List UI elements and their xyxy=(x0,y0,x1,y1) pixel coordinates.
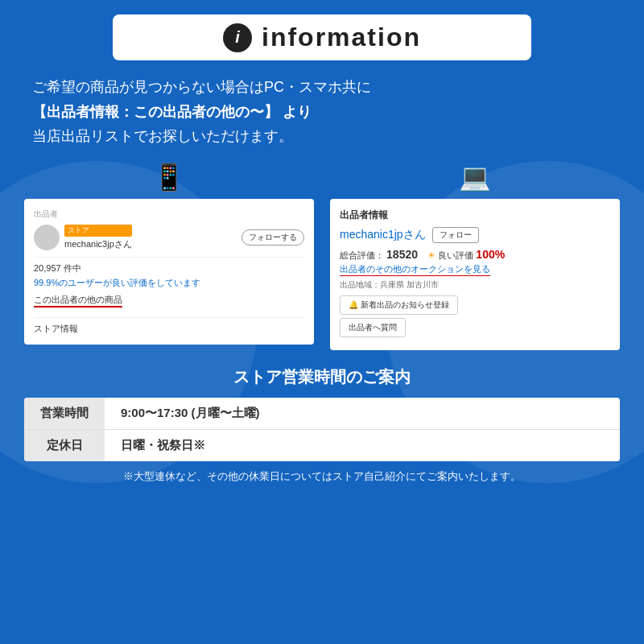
hours-value-closed: 日曜・祝祭日※ xyxy=(105,430,221,461)
left-seller-name: mechanic3jpさん xyxy=(64,239,132,249)
right-eval-row: 総合評価： 18520 ☀ 良い評価 100% xyxy=(340,248,610,262)
new-item-button[interactable]: 🔔 新着出品のお知らせ登録 xyxy=(340,295,458,315)
info-header: i information xyxy=(113,14,531,60)
panel-count: 20,957 件中 xyxy=(34,262,304,275)
info-icon: i xyxy=(223,23,252,52)
hours-value-open: 9:00〜17:30 (月曜〜土曜) xyxy=(105,398,276,429)
auction-link[interactable]: 出品者のその他のオークションを見る xyxy=(340,263,490,276)
mobile-column: 📱 出品者 ストア mechanic3jpさん フォローする 20,957 件中… xyxy=(24,162,314,350)
mobile-panel: 出品者 ストア mechanic3jpさん フォローする 20,957 件中 9… xyxy=(24,199,314,345)
question-button[interactable]: 出品者へ質問 xyxy=(340,318,406,337)
left-follow-button[interactable]: フォローする xyxy=(242,229,304,246)
hours-row-open: 営業時間 9:00〜17:30 (月曜〜土曜) xyxy=(24,398,620,430)
header-title: information xyxy=(262,23,421,52)
screenshots-row: 📱 出品者 ストア mechanic3jpさん フォローする 20,957 件中… xyxy=(24,162,620,350)
right-seller-name: mechanic1jpさん xyxy=(340,228,426,242)
hours-table: 営業時間 9:00〜17:30 (月曜〜土曜) 定休日 日曜・祝祭日※ xyxy=(24,398,620,461)
store-badge: ストア xyxy=(64,225,132,237)
panel-seller-left: ストア mechanic3jpさん xyxy=(34,225,132,250)
avatar xyxy=(34,225,60,250)
panel-seller-link[interactable]: この出品者の他の商品 xyxy=(34,294,122,308)
pc-panel: 出品者情報 mechanic1jpさん フォロー 総合評価： 18520 ☀ 良… xyxy=(330,199,620,350)
mobile-icon: 📱 xyxy=(153,162,185,192)
right-seller-row: mechanic1jpさん フォロー xyxy=(340,227,610,243)
right-panel-title: 出品者情報 xyxy=(340,208,610,222)
right-follow-button[interactable]: フォロー xyxy=(432,227,479,243)
panel-rating: 99.9%のユーザーが良い評価をしています xyxy=(34,277,304,289)
region-label: 出品地域：兵庫県 加古川市 xyxy=(340,279,610,291)
panel-seller-row: ストア mechanic3jpさん フォローする xyxy=(34,225,304,250)
panel-store-info: ストア情報 xyxy=(34,323,304,335)
hours-label-closed: 定休日 xyxy=(24,430,105,461)
note-text: ※大型連休など、その他の休業日についてはストア自己紹介にてご案内いたします。 xyxy=(24,469,620,484)
pc-icon: 💻 xyxy=(459,162,491,192)
pc-column: 💻 出品者情報 mechanic1jpさん フォロー 総合評価： 18520 ☀… xyxy=(330,162,620,350)
description-text: ご希望の商品が見つからない場合はPC・スマホ共に 【出品者情報：この出品者の他の… xyxy=(24,75,620,149)
hours-row-closed: 定休日 日曜・祝祭日※ xyxy=(24,430,620,461)
hours-label-open: 営業時間 xyxy=(24,398,105,429)
store-hours-title: ストア営業時間のご案内 xyxy=(24,366,620,388)
panel-section-label: 出品者 xyxy=(34,208,304,220)
